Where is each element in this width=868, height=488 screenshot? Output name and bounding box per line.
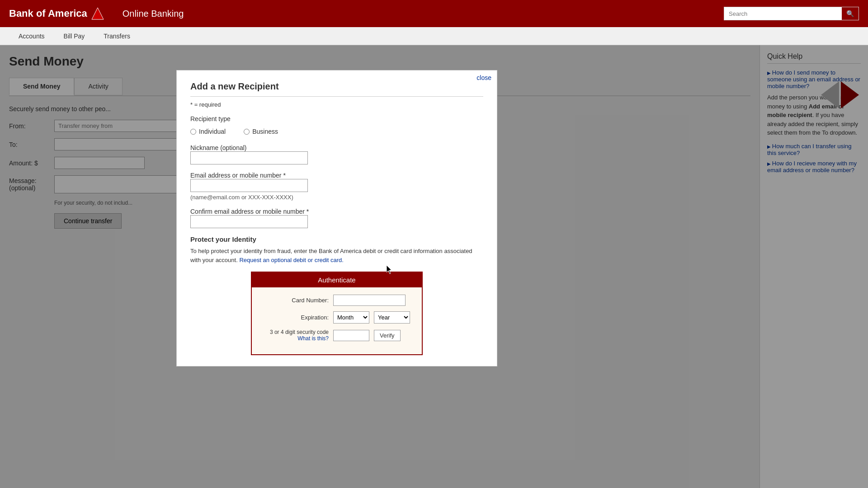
add-recipient-modal: close Add a new Recipient * = required R… xyxy=(176,70,497,366)
email-label: Email address or mobile number * xyxy=(190,172,286,179)
protect-title: Protect your Identity xyxy=(190,235,483,243)
business-radio-label[interactable]: Business xyxy=(244,128,278,135)
expiration-year-select[interactable]: Year 2014201520162017 201820192020 xyxy=(374,311,410,324)
security-code-input[interactable] xyxy=(333,330,369,341)
logo-text: Bank of America xyxy=(9,8,87,19)
card-number-input[interactable] xyxy=(333,295,406,306)
nav-transfers[interactable]: Transfers xyxy=(94,28,140,45)
nickname-input[interactable] xyxy=(190,151,308,164)
nav-accounts[interactable]: Accounts xyxy=(9,28,54,45)
search-box: 🔍 xyxy=(724,7,859,20)
confirm-email-input[interactable] xyxy=(190,215,308,228)
search-button[interactable]: 🔍 xyxy=(842,7,859,20)
authenticate-box: Authenticate Card Number: Expiration: Mo… xyxy=(251,272,423,355)
verify-button[interactable]: Verify xyxy=(374,330,401,341)
individual-radio-label[interactable]: Individual xyxy=(190,128,226,135)
banking-title: Online Banking xyxy=(123,9,184,19)
business-label-text: Business xyxy=(252,128,278,135)
confirm-email-label: Confirm email address or mobile number * xyxy=(190,208,309,215)
individual-radio[interactable] xyxy=(190,129,196,135)
expiration-row: Expiration: Month 01020304 05060708 0910… xyxy=(261,311,413,324)
expiration-label: Expiration: xyxy=(261,314,329,321)
required-note: * = required xyxy=(190,101,483,108)
card-number-label: Card Number: xyxy=(261,297,329,304)
card-number-row: Card Number: xyxy=(261,295,413,306)
protect-link[interactable]: Request an optional debit or credit card… xyxy=(239,257,344,263)
nickname-label: Nickname (optional) xyxy=(190,144,247,151)
individual-label-text: Individual xyxy=(199,128,226,135)
what-is-this-link[interactable]: What is this? xyxy=(297,335,329,342)
main-area: Send Money Send Money Activity Securely … xyxy=(0,45,868,488)
auth-title: Authenticate xyxy=(252,272,422,287)
protect-text: To help protect your identity from fraud… xyxy=(190,247,483,264)
modal-title: Add a new Recipient xyxy=(190,81,483,97)
security-code-label: 3 or 4 digit security code What is this? xyxy=(261,329,329,342)
search-input[interactable] xyxy=(724,8,842,20)
security-code-row: 3 or 4 digit security code What is this?… xyxy=(261,329,413,342)
logo: Bank of America xyxy=(9,7,104,20)
modal-close-button[interactable]: close xyxy=(476,74,491,81)
header: Bank of America Online Banking 🔍 xyxy=(0,0,868,27)
expiration-month-select[interactable]: Month 01020304 05060708 09101112 xyxy=(333,311,369,324)
svg-marker-0 xyxy=(92,8,104,19)
logo-icon xyxy=(91,7,104,20)
recipient-type-label: Recipient type xyxy=(190,115,483,122)
email-hint: (name@email.com or XXX-XXX-XXXX) xyxy=(190,194,483,201)
email-input[interactable] xyxy=(190,179,308,192)
nav-bar: Accounts Bill Pay Transfers xyxy=(0,27,868,45)
business-radio[interactable] xyxy=(244,129,250,135)
recipient-type-group: Individual Business xyxy=(190,128,483,135)
nav-billpay[interactable]: Bill Pay xyxy=(54,28,94,45)
